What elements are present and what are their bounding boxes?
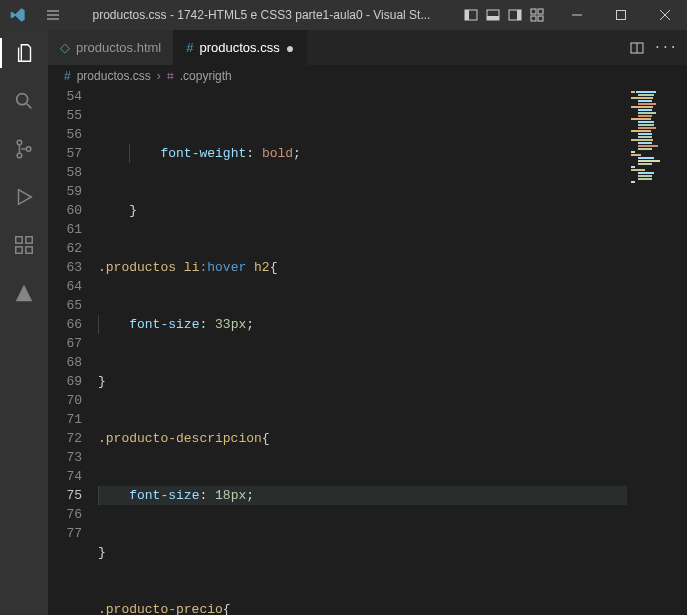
breadcrumb[interactable]: # productos.css › ⌗ .copyrigth: [48, 65, 687, 87]
close-button[interactable]: [643, 0, 687, 30]
svg-rect-6: [531, 9, 536, 14]
svg-rect-1: [465, 10, 469, 20]
symbol-icon: ⌗: [167, 69, 174, 83]
more-actions-icon[interactable]: ···: [654, 40, 677, 55]
svg-point-13: [17, 153, 22, 158]
breadcrumb-file: productos.css: [77, 69, 151, 83]
toggle-sidebar-icon[interactable]: [461, 5, 481, 25]
svg-rect-8: [531, 16, 536, 21]
css-file-icon: #: [64, 69, 71, 83]
svg-rect-9: [538, 16, 543, 21]
run-debug-icon[interactable]: [0, 182, 48, 212]
tab-actions: ···: [620, 30, 687, 65]
source-control-icon[interactable]: [0, 134, 48, 164]
svg-rect-5: [517, 10, 521, 20]
toggle-panel-icon[interactable]: [483, 5, 503, 25]
activity-bar: [0, 30, 48, 615]
html-file-icon: ◇: [60, 40, 70, 55]
minimap[interactable]: [627, 87, 687, 615]
svg-rect-18: [26, 237, 32, 243]
tab-productos-css[interactable]: # productos.css ●: [174, 30, 307, 65]
tab-dirty-close-icon[interactable]: ●: [286, 40, 294, 56]
css-file-icon: #: [186, 40, 193, 55]
window-controls: [555, 0, 687, 30]
svg-rect-10: [617, 11, 626, 20]
svg-rect-15: [16, 237, 22, 243]
svg-rect-16: [16, 247, 22, 253]
vscode-logo-icon: [0, 7, 35, 23]
svg-point-12: [17, 140, 22, 145]
svg-rect-3: [487, 16, 499, 20]
chevron-right-icon: ›: [157, 69, 161, 83]
tab-label: productos.html: [76, 40, 161, 55]
svg-rect-17: [26, 247, 32, 253]
tab-productos-html[interactable]: ◇ productos.html: [48, 30, 174, 65]
split-editor-icon[interactable]: [630, 41, 644, 55]
breadcrumb-symbol: .copyrigth: [180, 69, 232, 83]
svg-point-14: [26, 147, 31, 152]
svg-point-11: [17, 94, 28, 105]
titlebar: productos.css - 1742-HTML5 e CSS3 parte1…: [0, 0, 687, 30]
minimize-button[interactable]: [555, 0, 599, 30]
customize-layout-icon[interactable]: [527, 5, 547, 25]
search-icon[interactable]: [0, 86, 48, 116]
window-title: productos.css - 1742-HTML5 e CSS3 parte1…: [70, 8, 453, 22]
explorer-icon[interactable]: [0, 38, 48, 68]
code-editor[interactable]: font-weight: bold; } .productos li:hover…: [98, 87, 627, 615]
menu-button[interactable]: [35, 7, 70, 23]
line-number-gutter: 5455565758596061626364656667686970717273…: [48, 87, 98, 615]
maximize-button[interactable]: [599, 0, 643, 30]
tab-label: productos.css: [200, 40, 280, 55]
azure-icon[interactable]: [0, 278, 48, 308]
extensions-icon[interactable]: [0, 230, 48, 260]
svg-rect-7: [538, 9, 543, 14]
toggle-secondary-icon[interactable]: [505, 5, 525, 25]
tab-bar: ◇ productos.html # productos.css ● ···: [48, 30, 687, 65]
layout-controls: [453, 5, 555, 25]
